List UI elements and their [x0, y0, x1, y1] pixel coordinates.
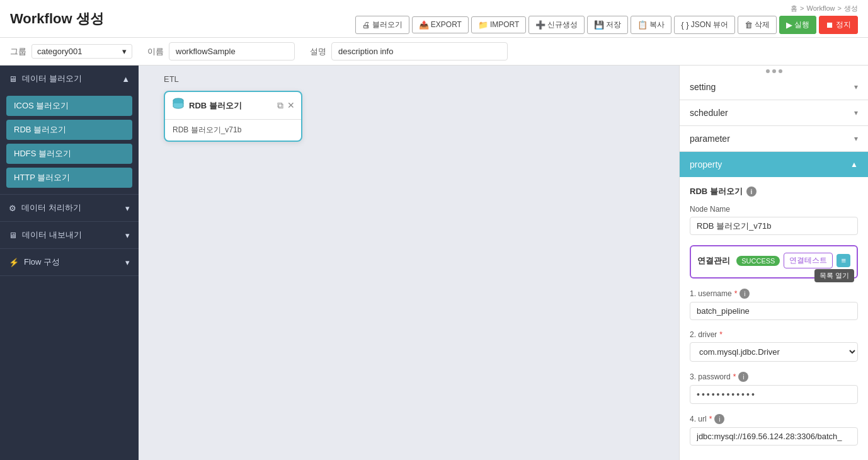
open-list-tooltip: 목록 열기 [814, 269, 854, 282]
scheduler-chevron-icon: ▾ [854, 108, 858, 117]
url-info-icon[interactable]: i [714, 414, 724, 424]
new-label: 신규생성 [547, 20, 578, 30]
breadcrumb: 홈 > Workflow > 생성 [791, 4, 858, 13]
new-button[interactable]: ➕ 신규생성 [528, 16, 585, 34]
export-button[interactable]: 📤 EXPORT [412, 16, 469, 33]
panel-section-header-scheduler[interactable]: scheduler ▾ [680, 100, 868, 125]
driver-select[interactable]: com.mysql.jdbc.Driver org.postgresql.Dri… [690, 342, 858, 362]
json-icon: { } [681, 20, 688, 30]
import-button[interactable]: 📁 IMPORT [471, 16, 526, 33]
load-label: 블러오기 [372, 20, 403, 30]
panel-section-parameter: parameter ▾ [680, 126, 868, 152]
sidebar-item-rdb[interactable]: RDB 블러오기 [6, 120, 132, 140]
export-icon: 📤 [419, 20, 429, 30]
node-title: RDB 블러오기 [189, 100, 242, 112]
delete-icon: 🗑 [745, 20, 753, 30]
node-subtitle: RDB 블러오기_v71b [173, 125, 241, 134]
data-export-icon: 🖥 [9, 231, 17, 240]
json-label: JSON 뷰어 [691, 20, 728, 30]
username-info-icon[interactable]: i [740, 289, 750, 299]
panel-drag-handle [680, 66, 868, 74]
password-group: 3. password * i [690, 372, 858, 404]
sidebar-section-data-load: 🖥 데이터 블러오기 ▲ ICOS 블러오기 RDB 블러오기 HDFS 블러오… [0, 66, 139, 195]
stop-button[interactable]: ⏹ 정지 [819, 16, 858, 34]
driver-group: 2. driver * com.mysql.jdbc.Driver org.po… [690, 330, 858, 362]
delete-button[interactable]: 🗑 삭제 [738, 16, 777, 34]
sidebar-section-header-flow-config[interactable]: ⚡ Flow 구성 ▾ [0, 249, 139, 275]
panel-section-header-property[interactable]: property ▲ [680, 152, 868, 177]
workflow-node-rdb[interactable]: RDB 블러오기 ⧉ ✕ RDB 블러오기_v71b [164, 91, 302, 142]
flow-config-icon: ⚡ [9, 258, 19, 267]
group-value: category001 [37, 47, 83, 56]
flow-config-label: Flow 구성 [24, 256, 60, 268]
password-input[interactable] [690, 385, 858, 404]
breadcrumb-workflow: Workflow [807, 4, 835, 12]
name-input[interactable] [169, 42, 295, 60]
connection-header: 연결관리 SUCCESS 연결테스트 ≡ [697, 253, 850, 268]
sidebar-section-data-export: 🖥 데이터 내보내기 ▾ [0, 222, 139, 249]
breadcrumb-create: 생성 [844, 4, 858, 13]
stop-label: 정지 [836, 20, 851, 30]
desc-field: 설명 [310, 42, 508, 60]
url-group: 4. url * i [690, 414, 858, 446]
copy-label: 복사 [649, 20, 665, 30]
sidebar-section-flow-config: ⚡ Flow 구성 ▾ [0, 249, 139, 276]
name-field: 이름 [147, 42, 295, 60]
run-button[interactable]: ▶ 실행 [779, 16, 816, 34]
connection-status-badge: SUCCESS [736, 256, 780, 266]
data-load-icon: 🖥 [9, 74, 17, 84]
sidebar-item-hdfs[interactable]: HDFS 블러오기 [6, 144, 132, 164]
node-close-icon[interactable]: ✕ [287, 100, 295, 111]
delete-label: 삭제 [755, 20, 770, 30]
connection-test-button[interactable]: 연결테스트 [784, 253, 833, 268]
scheduler-label: scheduler [690, 108, 728, 118]
workflow-node-header: RDB 블러오기 ⧉ ✕ [165, 92, 301, 120]
panel-section-header-parameter[interactable]: parameter ▾ [680, 126, 868, 151]
property-info-icon[interactable]: i [746, 187, 757, 197]
main-layout: 🖥 데이터 블러오기 ▲ ICOS 블러오기 RDB 블러오기 HDFS 블러오… [0, 66, 868, 460]
name-label: 이름 [147, 46, 164, 57]
setting-chevron-icon: ▾ [854, 83, 858, 91]
load-button[interactable]: 🖨 블러오기 [355, 16, 409, 34]
connection-list-button[interactable]: ≡ [837, 254, 850, 267]
top-bar: Workflow 생성 홈 > Workflow > 생성 🖨 블러오기 📤 E… [0, 0, 868, 38]
page-title: Workflow 생성 [10, 9, 104, 28]
password-info-icon[interactable]: i [738, 372, 748, 382]
desc-input[interactable] [331, 42, 508, 60]
import-icon: 📁 [478, 20, 488, 30]
username-group: 1. username * i [690, 289, 858, 320]
meta-bar: 그룹 category001 ▾ 이름 설명 [0, 38, 868, 66]
data-load-items: ICOS 블러오기 RDB 블러오기 HDFS 블러오기 HTTP 블러오기 [0, 92, 139, 194]
group-select[interactable]: category001 ▾ [31, 44, 132, 59]
sidebar-item-http[interactable]: HTTP 블러오기 [6, 168, 132, 188]
workflow-node-body: RDB 블러오기_v71b [165, 120, 301, 141]
save-button[interactable]: 💾 저장 [587, 16, 628, 34]
panel-section-setting: setting ▾ [680, 74, 868, 100]
username-input[interactable] [690, 302, 858, 320]
run-label: 실행 [794, 20, 809, 30]
property-node-title-text: RDB 블러오기 [690, 186, 743, 197]
sidebar-item-icos[interactable]: ICOS 블러오기 [6, 96, 132, 116]
setting-label: setting [690, 82, 716, 92]
breadcrumb-sep1: > [800, 4, 804, 12]
copy-button[interactable]: 📋 복사 [631, 16, 671, 34]
export-label: EXPORT [431, 20, 462, 29]
url-input[interactable] [690, 427, 858, 446]
panel-section-property: property ▲ RDB 블러오기 i Node Name [680, 152, 868, 460]
password-label: 3. password * i [690, 372, 858, 382]
toolbar: 🖨 블러오기 📤 EXPORT 📁 IMPORT ➕ 신규생성 💾 저장 📋 [355, 16, 858, 34]
panel-section-header-setting[interactable]: setting ▾ [680, 74, 868, 100]
group-label: 그룹 [10, 46, 26, 57]
node-name-input[interactable] [690, 217, 858, 235]
node-copy-icon[interactable]: ⧉ [277, 100, 283, 111]
json-view-button[interactable]: { } JSON 뷰어 [674, 16, 735, 34]
flow-config-chevron-icon: ▾ [125, 258, 130, 267]
sidebar-section-header-data-export[interactable]: 🖥 데이터 내보내기 ▾ [0, 222, 139, 248]
username-label: 1. username * i [690, 289, 858, 299]
panel-section-scheduler: scheduler ▾ [680, 100, 868, 126]
sidebar-section-header-data-process[interactable]: ⚙ 데이터 처리하기 ▾ [0, 195, 139, 221]
sidebar-section-header-data-load[interactable]: 🖥 데이터 블러오기 ▲ [0, 66, 139, 92]
run-icon: ▶ [786, 20, 792, 30]
group-field: 그룹 category001 ▾ [10, 44, 132, 59]
new-icon: ➕ [535, 20, 545, 30]
